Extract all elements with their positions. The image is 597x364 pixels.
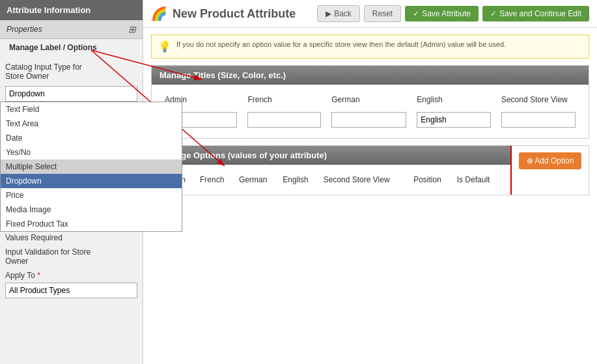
reset-button[interactable]: Reset — [364, 5, 401, 22]
apply-to-required: * — [37, 271, 40, 280]
back-button[interactable]: ▶ Back — [317, 5, 360, 22]
apply-to-label: Apply To * — [5, 271, 96, 280]
opt-col-french: French — [196, 171, 235, 188]
sidebar-section-label: Properties — [7, 25, 42, 34]
dropdown-item-fixedproducttax[interactable]: Fixed Product Tax — [1, 217, 182, 231]
col-english: English — [411, 91, 496, 108]
manage-options-panel: Manage Options (values of your attribute… — [152, 146, 510, 195]
sidebar-section-properties: Properties ⊞ — [0, 20, 143, 39]
info-icon: 💡 — [158, 40, 171, 53]
manage-titles-panel: Manage Titles (Size, Color, etc.) Admin … — [151, 65, 589, 139]
manage-options-table: Admin French German English Second Store… — [160, 171, 503, 188]
dropdown-item-date[interactable]: Date — [1, 131, 182, 145]
page-title: New Product Attribute — [173, 7, 296, 21]
sidebar-header: Attribute Information — [0, 0, 143, 20]
top-bar: 🌈 New Product Attribute ▶ Back Reset ✓ S… — [143, 0, 597, 28]
info-message: 💡 If you do not specify an option value … — [151, 35, 589, 59]
dropdown-item-yesno[interactable]: Yes/No — [1, 145, 182, 160]
add-option-icon: ⊕ — [527, 156, 533, 165]
save-attribute-button[interactable]: ✓ Save Attribute — [405, 6, 479, 21]
opt-col-english: English — [279, 171, 319, 188]
col-second-store: Second Store View — [496, 91, 581, 108]
manage-titles-table: Admin French German English Second Store… — [160, 91, 581, 132]
values-required-label: Values Required — [5, 233, 96, 242]
rainbow-icon: 🌈 — [151, 6, 167, 21]
manage-options-body: Admin French German English Second Store… — [152, 165, 510, 195]
opt-col-isdefault: Is Default — [453, 171, 503, 188]
apply-to-dropdown-wrapper: All Product Types — [5, 283, 137, 298]
sidebar-form: Catalog Input Type for Store Owner Dropd… — [0, 56, 143, 305]
french-title-input[interactable] — [247, 112, 321, 128]
save-check-icon: ✓ — [413, 9, 419, 18]
section-collapse-icon: ⊞ — [128, 24, 136, 35]
opt-col-german: German — [235, 171, 279, 188]
save-continue-check-icon: ✓ — [490, 9, 497, 18]
col-german: German — [326, 91, 411, 108]
main-content: 🌈 New Product Attribute ▶ Back Reset ✓ S… — [143, 0, 597, 364]
dropdown-item-mediaimage[interactable]: Media Image — [1, 203, 182, 217]
manage-options-header: Manage Options (values of your attribute… — [152, 146, 510, 165]
back-icon: ▶ — [326, 9, 331, 18]
catalog-input-type-select[interactable]: Dropdown — [5, 86, 137, 102]
input-validation-label: Input Validation for Store Owner — [5, 247, 96, 266]
apply-to-select[interactable]: All Product Types — [5, 283, 137, 298]
catalog-input-type-label: Catalog Input Type for Store Owner — [5, 63, 96, 81]
top-buttons: ▶ Back Reset ✓ Save Attribute ✓ Save and… — [317, 5, 589, 22]
german-title-input[interactable] — [331, 112, 406, 128]
catalog-input-dropdown-list: Text Field Text Area Date Yes/No Multipl… — [0, 102, 182, 232]
page-title-area: 🌈 New Product Attribute — [151, 6, 296, 21]
save-continue-button[interactable]: ✓ Save and Continue Edit — [482, 6, 589, 21]
dropdown-item-textfield[interactable]: Text Field — [1, 102, 182, 117]
opt-col-second-store: Second Store View — [320, 171, 410, 188]
sidebar-section-properties-header[interactable]: Properties ⊞ — [0, 20, 143, 38]
sidebar-item-manage-label[interactable]: Manage Label / Options — [0, 39, 143, 56]
second-store-title-input[interactable] — [501, 112, 576, 128]
opt-col-position: Position — [410, 171, 453, 188]
dropdown-item-multiselect[interactable]: Multiple Select — [1, 160, 182, 174]
sidebar: Attribute Information Properties ⊞ Manag… — [0, 0, 143, 364]
table-row — [160, 108, 581, 132]
manage-titles-header: Manage Titles (Size, Color, etc.) — [152, 66, 589, 85]
manage-titles-body: Admin French German English Second Store… — [152, 85, 589, 138]
english-title-input[interactable] — [417, 112, 491, 128]
add-option-panel: ⊕ Add Option — [510, 146, 589, 195]
manage-options-panel-wrapper: Manage Options (values of your attribute… — [151, 145, 589, 195]
info-message-text: If you do not specify an option value fo… — [176, 40, 506, 48]
catalog-input-type-dropdown-wrapper: Dropdown — [5, 86, 137, 102]
dropdown-item-price[interactable]: Price — [1, 188, 182, 203]
dropdown-item-dropdown[interactable]: Dropdown — [1, 174, 182, 188]
add-option-button[interactable]: ⊕ Add Option — [519, 152, 582, 169]
col-french: French — [242, 91, 326, 108]
dropdown-item-textarea[interactable]: Text Area — [1, 117, 182, 131]
